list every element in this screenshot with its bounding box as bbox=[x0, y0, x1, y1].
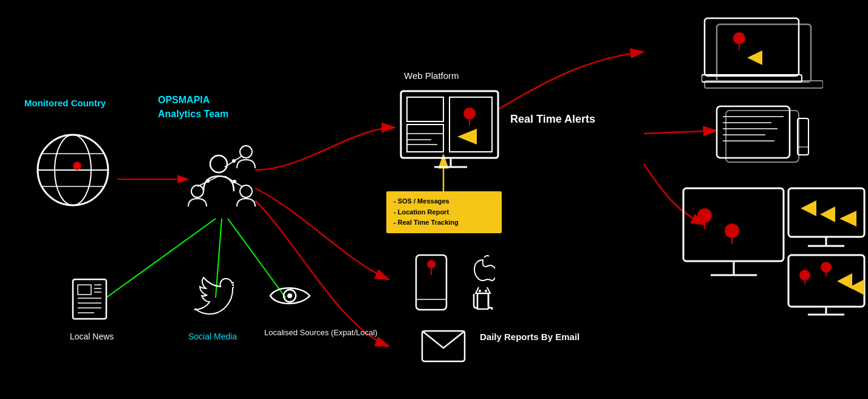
social-media-label: Social Media bbox=[188, 331, 237, 342]
svg-point-54 bbox=[287, 293, 292, 298]
localised-sources-icon bbox=[267, 276, 313, 316]
laptop-icon bbox=[702, 15, 823, 94]
svg-point-42 bbox=[485, 290, 487, 292]
daily-reports-label: Daily Reports By Email bbox=[480, 331, 579, 343]
svg-rect-45 bbox=[78, 285, 91, 295]
svg-point-23 bbox=[233, 180, 236, 183]
svg-point-21 bbox=[232, 159, 236, 163]
svg-point-31 bbox=[463, 107, 476, 120]
svg-point-85 bbox=[821, 262, 832, 273]
svg-marker-80 bbox=[839, 211, 856, 227]
social-media-icon bbox=[188, 276, 234, 322]
svg-rect-27 bbox=[449, 97, 492, 152]
svg-point-36 bbox=[427, 260, 436, 268]
opsmapia-label: OPSMAPIA bbox=[158, 94, 210, 107]
svg-point-59 bbox=[733, 32, 745, 44]
svg-rect-62 bbox=[717, 106, 790, 158]
analytics-team-icon bbox=[176, 131, 267, 222]
email-icon bbox=[419, 325, 468, 364]
android-icon bbox=[471, 282, 495, 310]
svg-point-73 bbox=[697, 208, 712, 223]
real-time-alerts-label: Real Time Alerts bbox=[510, 112, 595, 126]
svg-marker-86 bbox=[837, 273, 852, 289]
svg-rect-39 bbox=[477, 293, 488, 309]
mobile-app-icon bbox=[413, 252, 462, 313]
monitor-large-icon bbox=[680, 185, 868, 319]
svg-point-22 bbox=[206, 179, 210, 183]
gold-box-line2: - Location Report bbox=[394, 207, 494, 218]
svg-point-41 bbox=[479, 290, 481, 292]
svg-point-13 bbox=[75, 163, 80, 168]
svg-marker-78 bbox=[801, 200, 816, 216]
apple-icon bbox=[471, 255, 495, 282]
svg-point-74 bbox=[725, 223, 739, 238]
monitored-country-label: Monitored Country bbox=[24, 97, 106, 109]
gold-box-line3: - Real Time Tracking bbox=[394, 217, 494, 228]
svg-point-14 bbox=[210, 155, 227, 172]
local-news-icon bbox=[67, 276, 112, 322]
web-platform-icon bbox=[398, 88, 504, 173]
tablets-icon bbox=[714, 103, 811, 170]
gold-box-line1: - SOS / Messages bbox=[394, 196, 494, 207]
localised-sources-label: Localised Sources (Expat/Local) bbox=[264, 328, 377, 338]
web-platform-label: Web Platform bbox=[404, 70, 459, 82]
svg-rect-25 bbox=[407, 97, 443, 121]
svg-marker-60 bbox=[747, 50, 762, 65]
svg-point-84 bbox=[799, 270, 810, 281]
globe-icon bbox=[33, 131, 112, 210]
svg-rect-26 bbox=[407, 124, 443, 152]
svg-rect-61 bbox=[726, 111, 799, 162]
analytics-team-label: Analytics Team bbox=[158, 108, 228, 121]
svg-marker-79 bbox=[820, 206, 835, 222]
svg-marker-32 bbox=[457, 129, 477, 145]
local-news-label: Local News bbox=[70, 331, 114, 342]
svg-rect-55 bbox=[717, 24, 811, 82]
gold-info-box: - SOS / Messages - Location Report - Rea… bbox=[386, 191, 502, 233]
svg-point-16 bbox=[191, 185, 203, 197]
svg-point-17 bbox=[240, 185, 252, 197]
svg-rect-57 bbox=[705, 18, 799, 76]
